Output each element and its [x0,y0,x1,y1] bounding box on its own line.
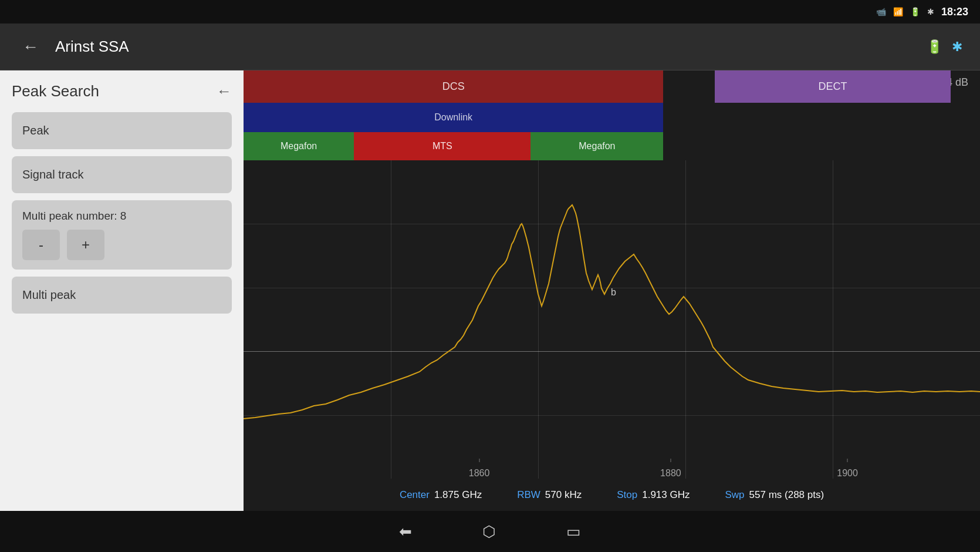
peak-button[interactable]: Peak [12,112,232,149]
bottom-info-bar: Center 1.875 GHz RBW 570 kHz Stop 1.913 … [244,479,980,511]
battery-app-icon: 🔋 [927,39,942,55]
center-info: Center 1.875 GHz [400,489,482,501]
rbw-value: 570 kHz [545,489,582,501]
video-icon: 📹 [876,7,886,16]
svg-text:b: b [611,287,616,297]
center-label: Center [400,489,430,501]
nav-recents-button[interactable]: ▭ [566,523,581,541]
sidebar-panel: Peak Search ← Peak Signal track Multi pe… [0,70,244,511]
rbw-label: RBW [517,489,540,501]
nav-back-button[interactable]: ⬅ [399,523,412,541]
stop-info: Stop 1.913 GHz [617,489,690,501]
multi-peak-controls: - + [22,230,221,260]
spectrum-waveform: b [244,160,980,442]
mts-band: MTS [354,132,530,160]
stop-value: 1.913 GHz [642,489,690,501]
app-back-button[interactable]: ← [18,33,43,61]
signal-track-button[interactable]: Signal track [12,156,232,193]
increment-button[interactable]: + [67,230,104,260]
swp-value: 557 ms (288 pts) [749,489,824,501]
nav-bar: ⬅ ⬡ ▭ [0,511,980,552]
megafon2-band: Megafon [530,132,663,160]
dect-band: DECT [715,70,951,103]
panel-back-button[interactable]: ← [217,82,232,100]
swp-info: Swp 557 ms (288 pts) [725,489,824,501]
dcs-band: DCS [244,70,663,103]
bluetooth-app-icon: ✱ [952,39,962,55]
app-bar-actions: 🔋 ✱ [927,39,962,55]
stop-label: Stop [617,489,637,501]
freq-label-1860: 1860 [469,468,490,479]
center-value: 1.875 GHz [434,489,482,501]
freq-label-1900: 1900 [837,468,858,479]
app-title: Arinst SSA [55,38,129,56]
multi-peak-button[interactable]: Multi peak [12,277,232,314]
panel-title: Peak Search [12,82,99,100]
band-labels: DCS DECT [244,70,980,103]
freq-label-1880: 1880 [660,468,681,479]
decrement-button[interactable]: - [22,230,60,260]
freq-axis: 1860 1880 1900 [244,461,980,479]
swp-label: Swp [725,489,744,501]
spectrum-area: Base: 1865.46 MHz; -86.4 dB DCS DECT Dow… [244,70,980,511]
battery-icon: 🔋 [910,7,920,16]
megafon1-band: Megafon [244,132,354,160]
main-content: Peak Search ← Peak Signal track Multi pe… [0,70,980,511]
nav-home-button[interactable]: ⬡ [482,523,496,541]
downlink-band: Downlink [244,103,663,132]
multi-peak-label: Multi peak number: 8 [22,210,221,223]
signal-icon: 📶 [893,7,903,16]
time-display: 18:23 [941,6,968,18]
sidebar-header: Peak Search ← [12,82,232,100]
rbw-info: RBW 570 kHz [517,489,582,501]
sub-band-labels: Downlink [244,103,980,132]
operator-bands: Megafon MTS Megafon [244,132,980,160]
multi-peak-number-box: Multi peak number: 8 - + [12,200,232,270]
app-bar: ← Arinst SSA 🔋 ✱ [0,23,980,70]
status-bar: 📹 📶 🔋 ✱ 18:23 [0,0,980,23]
bluetooth-icon: ✱ [927,7,934,16]
